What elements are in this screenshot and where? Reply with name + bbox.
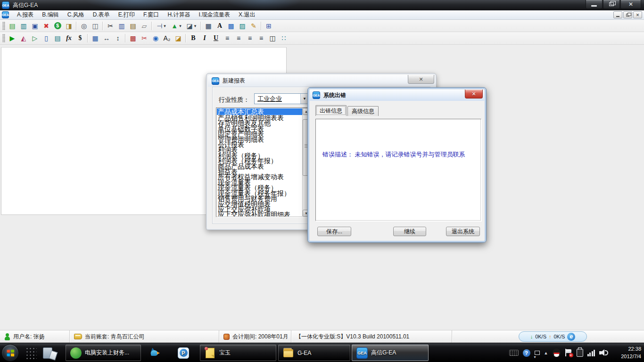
error-dialog-titlebar[interactable]: GEA 系统出错: [310, 90, 484, 101]
insert-cell-icon[interactable]: ⊣: [154, 21, 169, 31]
window-title: 高信G-EA: [13, 1, 38, 9]
child-restore-button[interactable]: [623, 11, 632, 18]
font-icon[interactable]: A: [214, 21, 225, 31]
save-icon[interactable]: ▣: [29, 21, 41, 31]
start-button[interactable]: [1, 344, 19, 362]
toolbar-grip[interactable]: [2, 22, 5, 30]
industry-combobox[interactable]: 工业企业 ▼: [254, 93, 309, 104]
cut-icon[interactable]: ✂: [105, 21, 116, 31]
taskbar-clock[interactable]: 22:38 2012/7/4: [621, 345, 641, 360]
menu-item-exit[interactable]: X.退出: [234, 10, 259, 20]
image-icon[interactable]: ◪: [173, 33, 184, 43]
tab-advanced-info[interactable]: 高级信息: [347, 106, 379, 116]
notes-icon[interactable]: ▤: [52, 33, 63, 43]
taskbar-button-note[interactable]: 宝玉: [200, 345, 276, 361]
underline-icon[interactable]: U: [210, 33, 222, 43]
network-signal-icon[interactable]: [587, 350, 595, 356]
italic-icon[interactable]: I: [199, 33, 210, 43]
squares-icon[interactable]: ∷: [278, 33, 289, 43]
align-right-icon[interactable]: ≡: [244, 33, 256, 43]
save-button[interactable]: 保存...: [317, 227, 351, 236]
highlighter-icon[interactable]: ✎: [248, 21, 259, 31]
currency-icon[interactable]: $: [74, 33, 86, 43]
delete-icon[interactable]: ✖: [41, 21, 52, 31]
book-columns-icon[interactable]: ▯: [41, 33, 52, 43]
open-report-icon[interactable]: ▥: [18, 21, 29, 31]
menu-item-calculator[interactable]: H.计算器: [163, 10, 194, 20]
child-minimize-button[interactable]: [613, 11, 622, 18]
window-minimize-button[interactable]: [586, 0, 603, 9]
table-icon[interactable]: ▦: [90, 33, 101, 43]
taskbar-button-gea[interactable]: GEA 高信G-EA: [352, 345, 429, 361]
column-width-icon[interactable]: ↔: [101, 33, 112, 43]
zoom-area-icon[interactable]: ◉: [150, 33, 161, 43]
frame-icon[interactable]: ▨: [237, 21, 248, 31]
menu-item-print[interactable]: E.打印: [114, 10, 139, 20]
error-dialog-body: 出错信息 高级信息 错误描述： 未知错误，请记录错误号并与管理员联系 保存...…: [310, 101, 484, 240]
new-report-dialog-titlebar[interactable]: GEA 新建报表: [208, 75, 435, 87]
action-center-flag-icon[interactable]: ✕: [565, 349, 572, 357]
window-close-button[interactable]: ✕: [620, 0, 641, 9]
error-dialog-close-button[interactable]: ✕: [465, 90, 483, 99]
show-hidden-icons-chevron[interactable]: ▲: [544, 351, 548, 355]
import-up-icon[interactable]: ▲: [169, 21, 184, 31]
toolbar-grip[interactable]: [2, 34, 5, 42]
grid-icon[interactable]: ▦: [203, 21, 214, 31]
align-center-icon[interactable]: ≡: [233, 33, 244, 43]
align-left-icon[interactable]: ≡: [222, 33, 233, 43]
new-report-icon[interactable]: ▤: [7, 21, 18, 31]
tab-error-info[interactable]: 出错信息: [315, 105, 347, 116]
hierarchy-icon[interactable]: ⊞: [263, 21, 274, 31]
import-book-icon[interactable]: ◭: [18, 33, 29, 43]
exit-system-button[interactable]: 退出系统: [446, 227, 480, 236]
cell-format-icon[interactable]: ▩: [127, 33, 139, 43]
exit-door-icon[interactable]: ◨: [63, 21, 74, 31]
child-close-button[interactable]: ✕: [633, 11, 642, 18]
print-icon[interactable]: ◫: [90, 21, 101, 31]
color-grid-icon[interactable]: ▩: [225, 21, 237, 31]
row-height-icon[interactable]: ↕: [112, 33, 124, 43]
preview-icon[interactable]: ◎: [78, 21, 90, 31]
menu-item-window[interactable]: F.窗口: [139, 10, 163, 20]
quick-launch-icon[interactable]: [42, 346, 57, 360]
bold-icon[interactable]: B: [188, 33, 199, 43]
font-size-icon[interactable]: A₂: [161, 33, 173, 43]
taskbar-button-bird[interactable]: [143, 345, 166, 361]
cut-red-icon[interactable]: ✂: [139, 33, 150, 43]
menu-item-report[interactable]: A.报表: [13, 10, 38, 20]
menu-item-form[interactable]: D.表单: [89, 10, 114, 20]
run-icon[interactable]: ▶: [7, 33, 18, 43]
network-speed-widget[interactable]: ↓ 0K/S ↑ 0K/S e: [519, 331, 587, 342]
list-item[interactable]: 产品成本汇总表: [217, 108, 302, 115]
ie-browser-icon[interactable]: e: [567, 333, 575, 341]
align-justify-icon[interactable]: ≡: [256, 33, 267, 43]
menu-item-edit[interactable]: B.编辑: [38, 10, 63, 20]
paste-icon[interactable]: ▤: [127, 21, 139, 31]
note-icon: [205, 347, 216, 359]
minimize-icon: [616, 16, 619, 17]
system-menu-icon[interactable]: GEA: [2, 11, 9, 18]
clipboard-tray-icon[interactable]: [577, 349, 583, 357]
menu-item-style[interactable]: C.风格: [63, 10, 89, 20]
taskbar-button-folder[interactable]: G-EA: [278, 345, 350, 361]
qq-icon[interactable]: [553, 348, 561, 357]
copy-icon[interactable]: ▥: [116, 21, 127, 31]
new-report-close-button[interactable]: ✕: [408, 75, 434, 84]
page-setup-icon[interactable]: ◪: [184, 21, 199, 31]
taskbar-button-pps[interactable]: P: [172, 345, 195, 361]
input-method-icon[interactable]: ?: [523, 349, 530, 357]
menu-item-cashflow[interactable]: I.现金流量表: [194, 10, 234, 20]
taskbar-button-browser[interactable]: 电脑安装上财务...: [66, 345, 141, 361]
eraser-icon[interactable]: ▱: [139, 21, 150, 31]
continue-button[interactable]: 继续: [393, 227, 426, 236]
360-icon: [70, 347, 82, 359]
keyboard-icon[interactable]: [509, 350, 519, 356]
doc-export-icon[interactable]: ▷: [29, 33, 41, 43]
restore-window-tray-icon[interactable]: [535, 351, 540, 355]
volume-icon[interactable]: [599, 349, 608, 356]
formula-fx-icon[interactable]: fx: [63, 33, 74, 43]
money-bag-icon[interactable]: $: [52, 21, 63, 31]
trash-icon[interactable]: ◫: [267, 33, 278, 43]
list-item[interactable]: 应上交应弥补款项明细表: [217, 211, 302, 216]
window-restore-button[interactable]: [603, 0, 620, 9]
